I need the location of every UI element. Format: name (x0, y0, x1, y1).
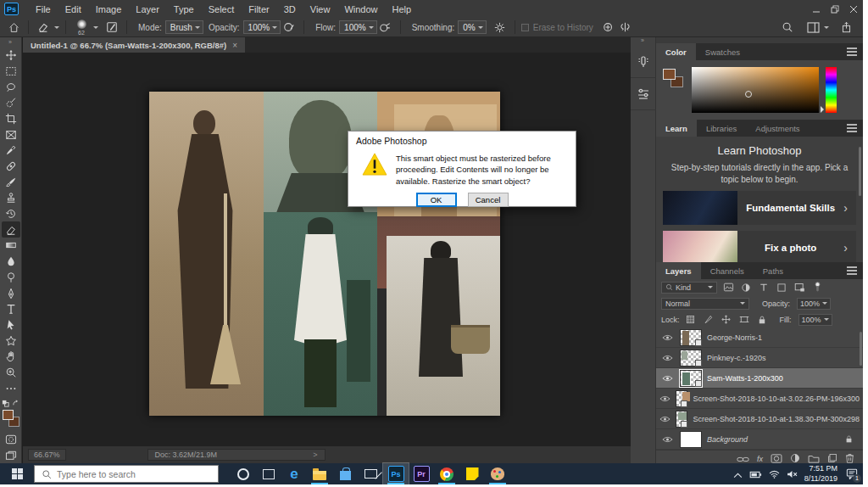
filter-pixel-layers-icon[interactable] (721, 282, 735, 294)
edit-toolbar-ellipsis-icon[interactable] (2, 380, 20, 396)
tray-expand-caret-icon[interactable] (733, 467, 743, 482)
layer-effects-icon[interactable]: fx (757, 455, 763, 463)
history-panel-icon[interactable] (631, 46, 656, 78)
tab-channels[interactable]: Channels (701, 262, 754, 279)
color-swatches[interactable] (2, 410, 20, 430)
battery-icon[interactable] (749, 467, 762, 482)
dock-collapse-icon[interactable]: » (631, 37, 655, 46)
healing-brush-tool[interactable] (2, 159, 20, 175)
document-size-indicator[interactable]: Doc: 3.62M/21.9M > (147, 449, 326, 461)
quick-selection-tool[interactable] (2, 95, 20, 111)
taskbar-search[interactable] (34, 465, 219, 483)
layer-name[interactable]: Sam-Watts-1-200x300 (707, 374, 783, 383)
blend-mode-select[interactable]: Normal (661, 298, 749, 310)
layers-scrollbar[interactable] (860, 332, 862, 366)
lock-position-icon[interactable] (720, 314, 733, 326)
close-button[interactable] (844, 0, 863, 18)
layer-thumbnail[interactable] (680, 329, 702, 346)
filter-type-layers-icon[interactable] (757, 282, 771, 294)
layer-name[interactable]: Background (707, 435, 748, 444)
lock-artboard-icon[interactable] (737, 314, 751, 326)
saturation-brightness-field[interactable] (692, 67, 819, 113)
paint-icon[interactable] (485, 463, 510, 484)
microsoft-store-icon[interactable] (332, 463, 358, 484)
airbrush-icon[interactable] (377, 20, 394, 35)
zoom-level-field[interactable]: 66.67% (28, 449, 66, 461)
fill-field[interactable]: 100% (798, 314, 832, 326)
layer-name[interactable]: Screen-Shot-2018-10-10-at-3.02.26-PM-196… (693, 395, 860, 403)
chrome-icon[interactable] (434, 463, 459, 484)
clone-stamp-tool[interactable] (2, 190, 20, 206)
minimize-button[interactable] (807, 0, 826, 18)
speaker-muted-icon[interactable] (787, 467, 798, 482)
learn-panel-menu-icon[interactable] (847, 127, 857, 129)
frame-tool[interactable] (2, 126, 20, 143)
filter-shape-layers-icon[interactable] (775, 282, 788, 294)
paint-symmetry-icon[interactable] (617, 20, 634, 35)
menu-edit[interactable]: Edit (65, 4, 81, 14)
layer-name[interactable]: Pinkney-c.-1920s (707, 354, 766, 362)
menu-layer[interactable]: Layer (136, 4, 159, 14)
color-panel-menu-icon[interactable] (847, 51, 857, 53)
lock-all-icon[interactable] (755, 314, 769, 326)
taskbar-clock[interactable]: 7:51 PM 8/11/2019 (804, 464, 837, 484)
layer-row-george-norris[interactable]: George-Norris-1 (656, 327, 863, 348)
foreground-color-swatch[interactable] (3, 410, 14, 420)
menu-filter[interactable]: Filter (248, 4, 269, 14)
menu-view[interactable]: View (310, 4, 331, 14)
task-view-icon[interactable] (256, 463, 281, 484)
visibility-eye-icon[interactable] (659, 395, 670, 402)
layers-opacity-field[interactable]: 100% (797, 298, 831, 310)
filter-kind-select[interactable]: Kind (661, 282, 717, 294)
tab-learn[interactable]: Learn (656, 120, 697, 137)
lock-transparency-icon[interactable] (684, 314, 698, 326)
tab-color[interactable]: Color (656, 43, 696, 60)
restore-button[interactable] (826, 0, 844, 18)
smoothing-field[interactable]: 0% (458, 20, 486, 34)
brush-preview[interactable]: 62 (72, 20, 91, 36)
start-button[interactable] (0, 463, 34, 484)
layer-row-pinkney[interactable]: Pinkney-c.-1920s (656, 348, 863, 368)
visibility-eye-icon[interactable] (659, 334, 675, 341)
ok-button[interactable]: OK (416, 193, 457, 207)
tab-layers[interactable]: Layers (656, 262, 701, 279)
move-tool[interactable] (2, 48, 20, 64)
premiere-taskbar-icon[interactable]: Pr (409, 463, 434, 484)
marquee-tool[interactable] (2, 64, 20, 80)
menu-type[interactable]: Type (174, 4, 194, 14)
cortana-icon[interactable] (231, 463, 256, 484)
layer-thumbnail[interactable] (680, 370, 702, 387)
layer-row-screenshot-2[interactable]: Screen-Shot-2018-10-10-at-1.38.30-PM-300… (656, 409, 863, 429)
pen-tool[interactable] (2, 285, 20, 301)
layer-thumbnail[interactable] (680, 350, 702, 367)
layers-panel-menu-icon[interactable] (847, 270, 857, 271)
photoshop-taskbar-icon[interactable]: Ps (383, 463, 409, 484)
panel-color-swatches[interactable] (663, 69, 688, 94)
layer-thumbnail[interactable] (680, 431, 702, 448)
shape-tool[interactable] (2, 333, 20, 349)
visibility-eye-icon[interactable] (659, 436, 675, 443)
hand-tool[interactable] (2, 349, 20, 365)
eraser-tool[interactable] (2, 221, 20, 238)
layer-thumbnail[interactable] (676, 390, 687, 407)
filter-toggle-pill-icon[interactable] (810, 282, 824, 294)
filter-adjustment-layers-icon[interactable] (739, 282, 753, 294)
mail-icon[interactable] (358, 463, 383, 484)
swap-colors-icon[interactable] (2, 400, 19, 407)
smoothing-gear-icon[interactable] (492, 20, 509, 35)
path-selection-tool[interactable] (2, 317, 20, 333)
tab-libraries[interactable]: Libraries (697, 120, 746, 137)
action-center-icon[interactable]: 1 (844, 467, 860, 482)
filter-smart-objects-icon[interactable] (793, 282, 806, 294)
flow-field[interactable]: 100% (339, 20, 377, 34)
wifi-icon[interactable] (769, 467, 780, 482)
learn-scrollbar[interactable] (859, 147, 861, 196)
file-explorer-icon[interactable] (307, 463, 332, 484)
toolbar-collapse-icon[interactable]: » (8, 39, 13, 48)
search-icon[interactable] (779, 20, 796, 35)
mode-select[interactable]: Brush (165, 20, 203, 34)
dodge-tool[interactable] (2, 269, 20, 285)
sticky-notes-icon[interactable] (459, 463, 485, 484)
type-tool[interactable] (2, 301, 20, 317)
eyedropper-tool[interactable] (2, 143, 20, 159)
